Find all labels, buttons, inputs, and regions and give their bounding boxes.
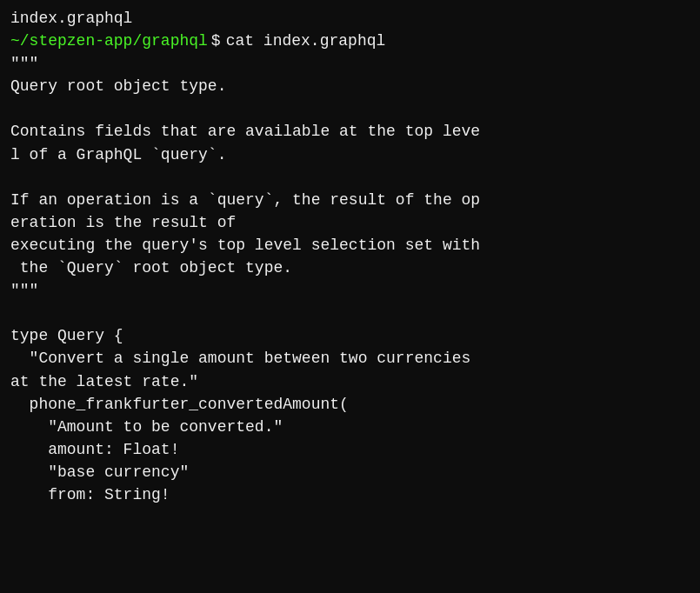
terminal-line: phone_frankfurter_convertedAmount( [10, 393, 690, 416]
terminal-line: "Amount to be converted." [10, 416, 690, 438]
terminal-content: """Query root object type.Contains field… [10, 52, 690, 506]
terminal-line: l of a GraphQL `query`. [10, 143, 690, 166]
terminal-line: the `Query` root object type. [10, 257, 690, 279]
terminal-line: "base currency" [10, 461, 690, 483]
terminal-window: index.graphql ~/stepzen-app/graphql $ ca… [0, 0, 700, 593]
terminal-line [10, 302, 690, 324]
terminal-line: """ [10, 279, 690, 302]
terminal-line: amount: Float! [10, 438, 690, 461]
terminal-path: ~/stepzen-app/graphql [10, 30, 208, 52]
terminal-line: """ [10, 52, 690, 75]
terminal-line: "Convert a single amount between two cur… [10, 347, 690, 370]
terminal-line: Query root object type. [10, 75, 690, 97]
terminal-line: Contains fields that are available at th… [10, 120, 690, 143]
terminal-dollar: $ [211, 30, 221, 52]
terminal-line [10, 97, 690, 120]
partial-top-line: index.graphql [10, 7, 690, 30]
prompt-line: ~/stepzen-app/graphql $ cat index.graphq… [10, 30, 690, 52]
terminal-line [10, 166, 690, 189]
terminal-line: eration is the result of [10, 211, 690, 234]
terminal-line: at the latest rate." [10, 370, 690, 393]
terminal-line: type Query { [10, 324, 690, 347]
terminal-command: cat index.graphql [226, 30, 386, 52]
terminal-line: from: String! [10, 483, 690, 506]
terminal-line: executing the query's top level selectio… [10, 234, 690, 257]
terminal-line: If an operation is a `query`, the result… [10, 189, 690, 211]
